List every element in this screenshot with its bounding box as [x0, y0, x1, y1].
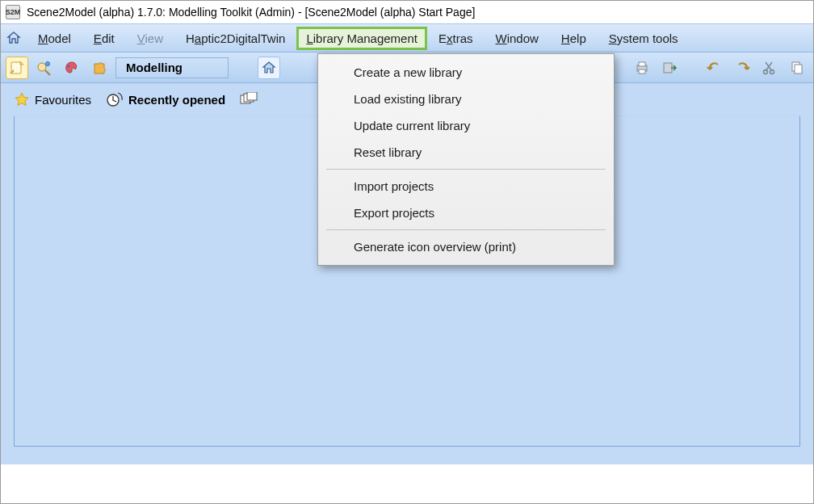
app-icon: S2M — [6, 5, 20, 19]
tool-redo-icon[interactable] — [731, 57, 753, 79]
favourites-item[interactable]: Favourites — [14, 91, 91, 107]
menu-extras[interactable]: Extras — [427, 25, 485, 52]
menu-model[interactable]: Model — [27, 25, 82, 52]
tool-undo-icon[interactable] — [703, 57, 726, 79]
tool-cut-icon[interactable] — [758, 57, 781, 79]
menu-edit[interactable]: Edit — [82, 25, 126, 52]
recently-opened-label: Recently opened — [128, 93, 225, 107]
recently-opened-item[interactable]: Recently opened — [106, 91, 225, 107]
tool-home-icon[interactable] — [258, 57, 280, 79]
menu-item-load-existing-library[interactable]: Load existing library — [318, 86, 614, 112]
menu-separator — [326, 229, 606, 230]
tool-puzzle-icon[interactable] — [88, 57, 111, 79]
library-management-menu: Create a new libraryLoad existing librar… — [317, 53, 615, 266]
menubar: ModelEditViewHaptic2DigitalTwinLibrary M… — [1, 23, 813, 52]
svg-point-9 — [770, 69, 774, 74]
tool-copy-icon[interactable] — [786, 57, 808, 79]
titlebar: S2M Scene2Model (alpha) 1.7.0: Modelling… — [1, 1, 813, 23]
menu-systools[interactable]: System tools — [598, 25, 690, 52]
menu-item-reset-library[interactable]: Reset library — [318, 139, 614, 166]
menu-separator — [326, 169, 606, 170]
svg-point-1 — [38, 63, 46, 71]
svg-point-2 — [46, 61, 50, 65]
menu-help[interactable]: Help — [550, 25, 598, 52]
tool-new-icon[interactable] — [6, 57, 28, 79]
menu-item-generate-icon-overview-print[interactable]: Generate icon overview (print) — [318, 233, 614, 260]
tool-print-icon[interactable] — [631, 57, 653, 79]
menu-h2dt[interactable]: Haptic2DigitalTwin — [174, 25, 296, 52]
modelling-field[interactable]: Modelling — [115, 57, 229, 78]
svg-rect-15 — [247, 92, 257, 100]
svg-rect-7 — [664, 63, 672, 73]
menu-view: View — [126, 25, 174, 52]
svg-rect-6 — [639, 69, 645, 74]
window-title: Scene2Model (alpha) 1.7.0: Modelling Too… — [27, 6, 475, 19]
menu-window[interactable]: Window — [484, 25, 549, 52]
windows-item[interactable] — [240, 92, 258, 107]
svg-point-8 — [764, 69, 768, 74]
tool-export-icon[interactable] — [658, 57, 681, 79]
menu-item-export-projects[interactable]: Export projects — [318, 200, 614, 226]
menu-item-update-current-library[interactable]: Update current library — [318, 112, 614, 139]
favourites-label: Favourites — [35, 93, 91, 107]
recent-icon — [106, 91, 124, 107]
tool-palette-icon[interactable] — [61, 57, 83, 79]
menu-libmgmt[interactable]: Library Management — [296, 27, 427, 50]
cascade-windows-icon — [240, 92, 258, 107]
tool-open-icon[interactable] — [33, 57, 56, 79]
svg-rect-11 — [795, 65, 802, 74]
star-icon — [14, 91, 30, 107]
svg-rect-5 — [639, 62, 645, 66]
menubar-home-icon[interactable] — [6, 30, 22, 46]
menu-item-create-a-new-library[interactable]: Create a new library — [318, 59, 614, 86]
menu-item-import-projects[interactable]: Import projects — [318, 173, 614, 200]
svg-point-3 — [68, 65, 70, 67]
